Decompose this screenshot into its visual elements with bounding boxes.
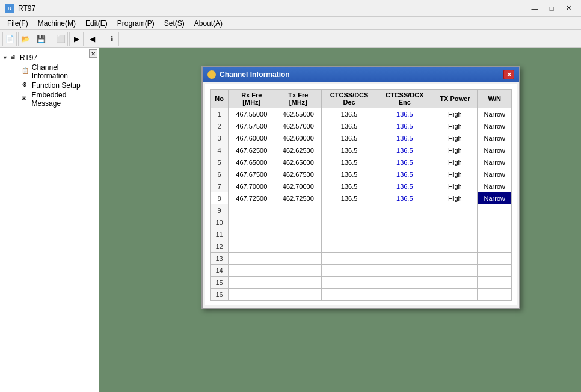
cell-no: 3 — [211, 132, 229, 144]
cell-wn — [478, 265, 512, 277]
cell-ctcss-enc — [377, 253, 432, 265]
toolbar-btn6[interactable]: ◀ — [85, 32, 99, 46]
cell-wn: Narrow — [478, 180, 512, 192]
sidebar-item-function-setup[interactable]: ⚙ Function Setup — [14, 81, 96, 90]
cell-rx-freq — [229, 240, 275, 253]
cell-ctcss-dec: 136.5 — [322, 156, 377, 168]
cell-no: 15 — [211, 277, 229, 289]
menu-file[interactable]: File(F) — [2, 18, 33, 29]
cell-no: 11 — [211, 228, 229, 240]
cell-tx-power — [432, 289, 478, 301]
cell-ctcss-dec — [322, 289, 377, 301]
toolbar-open[interactable]: 📂 — [18, 32, 32, 46]
sidebar-item-embedded-msg[interactable]: ✉ Embedded Message — [14, 90, 96, 108]
cell-tx-freq: 462.67500 — [275, 168, 321, 180]
cell-rx-freq: 467.62500 — [229, 144, 275, 156]
sidebar-item-channel-info[interactable]: 📋 Channel Information — [14, 63, 96, 81]
cell-no: 14 — [211, 265, 229, 277]
toolbar-btn5[interactable]: ▶ — [69, 32, 84, 46]
tree-root-item[interactable]: ▼ 🖥 RT97 — [2, 53, 96, 63]
cell-tx-power — [432, 253, 478, 265]
cell-no: 6 — [211, 168, 229, 180]
table-row[interactable]: 5467.65000462.65000136.5136.5HighNarrow — [211, 156, 512, 168]
cell-tx-freq: 462.60000 — [275, 132, 321, 144]
table-row[interactable]: 1467.55000462.55000136.5136.5HighNarrow — [211, 108, 512, 120]
table-row[interactable]: 8467.72500462.72500136.5136.5HighNarrow — [211, 192, 512, 204]
cell-tx-freq: 462.72500 — [275, 192, 321, 204]
cell-tx-power: High — [432, 144, 478, 156]
toolbar-btn4[interactable]: ⬜ — [54, 32, 68, 46]
cell-ctcss-dec: 136.5 — [322, 132, 377, 144]
dialog-area: Channel Information ✕ No Rx Fre[MHz] Tx … — [99, 48, 581, 392]
cell-tx-power: High — [432, 192, 478, 204]
cell-wn: Narrow — [478, 168, 512, 180]
app-title: RT97 — [18, 4, 527, 13]
embedded-msg-icon: ✉ — [22, 95, 30, 103]
window-controls: — □ ✕ — [527, 2, 576, 14]
table-row[interactable]: 6467.67500462.67500136.5136.5HighNarrow — [211, 168, 512, 180]
table-row[interactable]: 3467.60000462.60000136.5136.5HighNarrow — [211, 132, 512, 144]
menu-machine[interactable]: Machine(M) — [33, 18, 81, 29]
table-row[interactable]: 13 — [211, 253, 512, 265]
table-row[interactable]: 16 — [211, 289, 512, 301]
cell-no: 13 — [211, 253, 229, 265]
cell-tx-freq: 462.62500 — [275, 144, 321, 156]
table-row[interactable]: 7467.70000462.70000136.5136.5HighNarrow — [211, 180, 512, 192]
table-row[interactable]: 10 — [211, 216, 512, 228]
cell-tx-freq — [275, 204, 321, 216]
tree-root: ▼ 🖥 RT97 📋 Channel Information ⚙ Functio… — [2, 53, 96, 108]
table-row[interactable]: 2467.57500462.57000136.5136.5HighNarrow — [211, 120, 512, 132]
cell-no: 8 — [211, 192, 229, 204]
cell-no: 5 — [211, 156, 229, 168]
minimize-button[interactable]: — — [527, 2, 543, 14]
cell-ctcss-enc: 136.5 — [377, 108, 432, 120]
menu-about[interactable]: About(A) — [189, 18, 227, 29]
cell-ctcss-dec — [322, 216, 377, 228]
cell-tx-freq: 462.55000 — [275, 108, 321, 120]
table-row[interactable]: 4467.62500462.62500136.5136.5HighNarrow — [211, 144, 512, 156]
menu-edit[interactable]: Edit(E) — [81, 18, 112, 29]
table-row[interactable]: 11 — [211, 228, 512, 240]
cell-tx-freq — [275, 228, 321, 240]
cell-tx-freq: 462.70000 — [275, 180, 321, 192]
function-setup-icon: ⚙ — [22, 81, 30, 90]
embedded-msg-label: Embedded Message — [31, 91, 96, 108]
cell-ctcss-dec — [322, 228, 377, 240]
col-no: No — [211, 90, 229, 108]
cell-rx-freq: 467.72500 — [229, 192, 275, 204]
cell-tx-power — [432, 265, 478, 277]
menu-set[interactable]: Set(S) — [159, 18, 189, 29]
toolbar-new[interactable]: 📄 — [2, 32, 17, 46]
cell-tx-freq — [275, 265, 321, 277]
cell-rx-freq: 467.67500 — [229, 168, 275, 180]
cell-no: 7 — [211, 180, 229, 192]
cell-no: 10 — [211, 216, 229, 228]
cell-tx-freq — [275, 289, 321, 301]
dialog-title-bar: Channel Information ✕ — [203, 67, 519, 82]
channel-info-icon: 📋 — [22, 67, 30, 76]
dialog-close-button[interactable]: ✕ — [503, 70, 514, 79]
table-row[interactable]: 14 — [211, 265, 512, 277]
col-tx-power: TX Power — [432, 90, 478, 108]
cell-ctcss-dec: 136.5 — [322, 144, 377, 156]
table-row[interactable]: 12 — [211, 240, 512, 253]
close-button[interactable]: ✕ — [561, 2, 576, 14]
cell-ctcss-dec: 136.5 — [322, 192, 377, 204]
cell-tx-power: High — [432, 156, 478, 168]
cell-ctcss-dec: 136.5 — [322, 108, 377, 120]
dialog-title-icon — [208, 70, 216, 79]
toolbar-save[interactable]: 💾 — [34, 32, 48, 46]
cell-tx-freq — [275, 240, 321, 253]
sidebar-close-btn[interactable]: ✕ — [89, 49, 97, 58]
cell-tx-freq: 462.65000 — [275, 156, 321, 168]
maximize-button[interactable]: □ — [544, 2, 559, 14]
table-row[interactable]: 9 — [211, 204, 512, 216]
cell-tx-power — [432, 228, 478, 240]
toolbar-info[interactable]: ℹ — [105, 32, 119, 46]
cell-wn — [478, 240, 512, 253]
cell-rx-freq: 467.70000 — [229, 180, 275, 192]
cell-ctcss-enc: 136.5 — [377, 156, 432, 168]
table-row[interactable]: 15 — [211, 277, 512, 289]
cell-ctcss-enc: 136.5 — [377, 168, 432, 180]
menu-program[interactable]: Program(P) — [112, 18, 159, 29]
